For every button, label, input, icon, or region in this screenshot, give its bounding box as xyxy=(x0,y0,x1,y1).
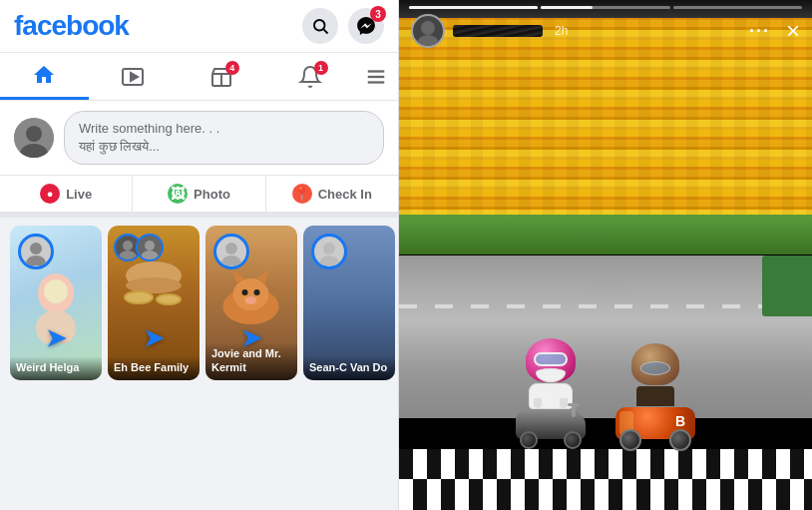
progress-bar-2 xyxy=(541,6,669,9)
svg-point-21 xyxy=(123,241,133,251)
story-time: 2h xyxy=(555,24,568,38)
story-controls: ··· × xyxy=(749,19,800,43)
tab-home[interactable] xyxy=(0,53,89,100)
svg-point-0 xyxy=(314,20,325,31)
progress-bar-1 xyxy=(409,6,538,9)
svg-point-19 xyxy=(125,291,153,303)
kart-number-b: B xyxy=(675,413,685,429)
story-eh-bee-family[interactable]: ➤ Eh Bee Family xyxy=(108,226,200,380)
story-label-jovie: Jovie and Mr. Kermit xyxy=(205,342,297,381)
story-close-button[interactable]: × xyxy=(786,19,800,43)
svg-point-23 xyxy=(145,241,155,251)
photo-label: Photo xyxy=(194,187,230,202)
post-box: Write something here. . . यहां कुछ लिखये… xyxy=(0,101,398,176)
tab-marketplace[interactable]: 4 xyxy=(178,55,266,99)
menu-button[interactable] xyxy=(354,56,398,98)
story-seanc-vando[interactable]: Sean-C Van Do xyxy=(303,226,395,380)
post-action-buttons: ● Live 🖼 Photo 📍 Check In xyxy=(0,176,398,218)
svg-point-31 xyxy=(245,296,257,304)
svg-point-33 xyxy=(221,255,241,265)
svg-point-16 xyxy=(26,255,46,265)
story-header: 2h ··· × xyxy=(399,14,812,48)
svg-point-37 xyxy=(417,35,439,46)
story-weird-helga[interactable]: ➤ Weird Helga xyxy=(10,226,102,380)
svg-point-29 xyxy=(242,289,248,295)
svg-point-26 xyxy=(233,278,269,310)
post-input-field[interactable]: Write something here. . . यहां कुछ लिखये… xyxy=(64,111,384,165)
live-icon: ● xyxy=(40,184,60,204)
story-label-weird-helga: Weird Helga xyxy=(10,356,102,380)
story-jovie-kermit[interactable]: ➤ Jovie and Mr. Kermit xyxy=(205,226,297,380)
story-poster-avatar xyxy=(411,14,445,48)
story-viewer: B xyxy=(399,0,812,510)
checkin-icon: 📍 xyxy=(292,184,312,204)
user-avatar xyxy=(14,118,54,158)
live-label: Live xyxy=(66,187,92,202)
svg-point-24 xyxy=(141,251,159,259)
story-more-button[interactable]: ··· xyxy=(749,21,770,42)
messenger-button[interactable]: 3 xyxy=(348,8,384,44)
photo-button[interactable]: 🖼 Photo xyxy=(133,176,265,212)
post-placeholder-line1: Write something here. . . xyxy=(79,120,369,138)
search-button[interactable] xyxy=(302,8,338,44)
marketplace-badge: 4 xyxy=(225,61,239,75)
photo-icon: 🖼 xyxy=(168,184,188,204)
checkered-area xyxy=(399,449,812,510)
header-icons: 3 xyxy=(302,8,384,44)
tab-watch[interactable] xyxy=(89,55,178,99)
progress-bar-3 xyxy=(673,6,802,9)
svg-point-35 xyxy=(319,255,339,265)
svg-point-36 xyxy=(421,21,435,35)
post-placeholder-line2: यहां कुछ लिखये... xyxy=(79,138,369,156)
story-progress-bars xyxy=(409,0,802,9)
kart-character-b: B xyxy=(615,343,695,439)
svg-point-20 xyxy=(157,294,181,304)
tab-notifications[interactable]: 1 xyxy=(265,55,354,99)
live-button[interactable]: ● Live xyxy=(0,176,133,212)
story-label-eh-bee: Eh Bee Family xyxy=(108,356,200,380)
svg-point-10 xyxy=(26,126,42,142)
notifications-badge: 1 xyxy=(314,61,328,75)
svg-point-13 xyxy=(44,279,68,303)
app-logo: facebook xyxy=(14,10,129,42)
stories-section: ➤ Weird Helga xyxy=(0,218,398,510)
checkin-button[interactable]: 📍 Check In xyxy=(266,176,398,212)
svg-point-15 xyxy=(30,243,42,255)
svg-line-1 xyxy=(323,29,327,33)
grass-strip xyxy=(399,215,812,255)
messenger-badge: 3 xyxy=(370,6,386,22)
nav-tabs: 4 1 xyxy=(0,53,398,101)
panda-character xyxy=(516,338,586,439)
checkin-label: Check In xyxy=(318,187,372,202)
kart-scene: B xyxy=(399,338,812,449)
app-header: facebook 3 xyxy=(0,0,398,53)
svg-point-34 xyxy=(323,243,335,255)
svg-marker-3 xyxy=(131,73,138,81)
facebook-left-panel: facebook 3 xyxy=(0,0,399,510)
svg-point-32 xyxy=(225,243,237,255)
green-barrier xyxy=(762,255,812,316)
svg-point-30 xyxy=(254,289,260,295)
story-label-seanc: Sean-C Van Do xyxy=(303,356,395,380)
story-username-blurred xyxy=(453,25,543,37)
svg-point-22 xyxy=(119,251,137,259)
